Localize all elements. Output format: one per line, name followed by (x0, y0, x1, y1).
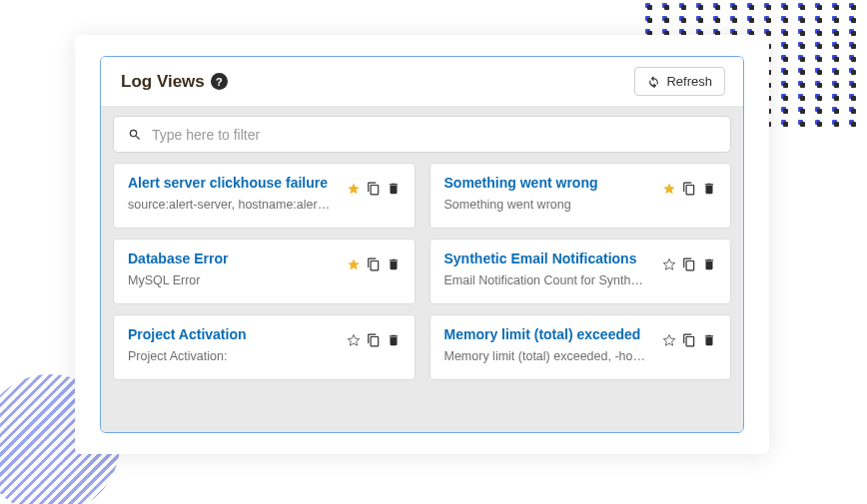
card-actions (662, 251, 716, 271)
copy-icon[interactable] (682, 333, 696, 347)
card-desc: Something went wrong (444, 198, 655, 213)
card-actions (347, 326, 401, 347)
copy-icon[interactable] (367, 257, 381, 271)
card-title[interactable]: Database Error (128, 251, 339, 268)
card-actions (347, 175, 401, 196)
card-desc: Memory limit (total) exceeded, -ho… (444, 349, 655, 364)
refresh-label: Refresh (666, 74, 712, 89)
copy-icon[interactable] (367, 333, 381, 347)
card-actions (347, 251, 401, 271)
card-title[interactable]: Alert server clickhouse failure (128, 175, 339, 193)
trash-icon[interactable] (702, 257, 716, 271)
log-views-panel: Log Views ? Refresh Alert server clickho… (100, 56, 744, 433)
star-filled-icon[interactable] (347, 182, 361, 196)
outer-card: Log Views ? Refresh Alert server clickho… (75, 35, 769, 454)
log-view-card[interactable]: Memory limit (total) exceeded Memory lim… (430, 314, 732, 380)
star-filled-icon[interactable] (662, 182, 676, 196)
refresh-button[interactable]: Refresh (634, 67, 725, 96)
log-view-card[interactable]: Synthetic Email Notifications Email Noti… (430, 239, 732, 304)
search-icon (128, 128, 142, 142)
trash-icon[interactable] (702, 182, 716, 196)
cards-grid: Alert server clickhouse failure source:a… (113, 163, 731, 380)
card-title[interactable]: Synthetic Email Notifications (444, 251, 655, 268)
copy-icon[interactable] (682, 182, 696, 196)
trash-icon[interactable] (387, 257, 401, 271)
card-text: Database Error MySQL Error (128, 251, 339, 288)
star-empty-icon[interactable] (662, 333, 676, 347)
card-text: Something went wrong Something went wron… (444, 175, 655, 213)
help-icon[interactable]: ? (211, 73, 228, 90)
trash-icon[interactable] (387, 182, 401, 196)
card-desc: Project Activation: (128, 349, 339, 364)
trash-icon[interactable] (702, 333, 716, 347)
card-title[interactable]: Project Activation (128, 326, 339, 344)
card-text: Project Activation Project Activation: (128, 326, 339, 364)
star-filled-icon[interactable] (347, 257, 361, 271)
copy-icon[interactable] (367, 182, 381, 196)
page-title: Log Views (121, 72, 205, 92)
filter-box[interactable] (113, 116, 731, 153)
log-view-card[interactable]: Something went wrong Something went wron… (430, 163, 732, 229)
card-title[interactable]: Memory limit (total) exceeded (444, 326, 655, 344)
panel-body: Alert server clickhouse failure source:a… (101, 106, 743, 432)
card-title[interactable]: Something went wrong (444, 175, 655, 193)
trash-icon[interactable] (387, 333, 401, 347)
card-desc: source:alert-server, hostname:aler… (128, 198, 339, 213)
panel-title-wrap: Log Views ? (121, 72, 228, 92)
card-desc: Email Notification Count for Synth… (444, 273, 655, 288)
filter-input[interactable] (152, 127, 716, 143)
refresh-icon (647, 75, 660, 88)
star-empty-icon[interactable] (662, 257, 676, 271)
log-view-card[interactable]: Alert server clickhouse failure source:a… (113, 163, 416, 229)
log-view-card[interactable]: Database Error MySQL Error (113, 239, 416, 304)
star-empty-icon[interactable] (347, 333, 361, 347)
copy-icon[interactable] (682, 257, 696, 271)
card-desc: MySQL Error (128, 273, 339, 288)
card-text: Memory limit (total) exceeded Memory lim… (444, 326, 655, 364)
log-view-card[interactable]: Project Activation Project Activation: (113, 314, 416, 380)
card-actions (662, 326, 716, 347)
card-text: Synthetic Email Notifications Email Noti… (444, 251, 655, 288)
card-actions (662, 175, 716, 196)
panel-header: Log Views ? Refresh (101, 57, 743, 106)
card-text: Alert server clickhouse failure source:a… (128, 175, 339, 213)
